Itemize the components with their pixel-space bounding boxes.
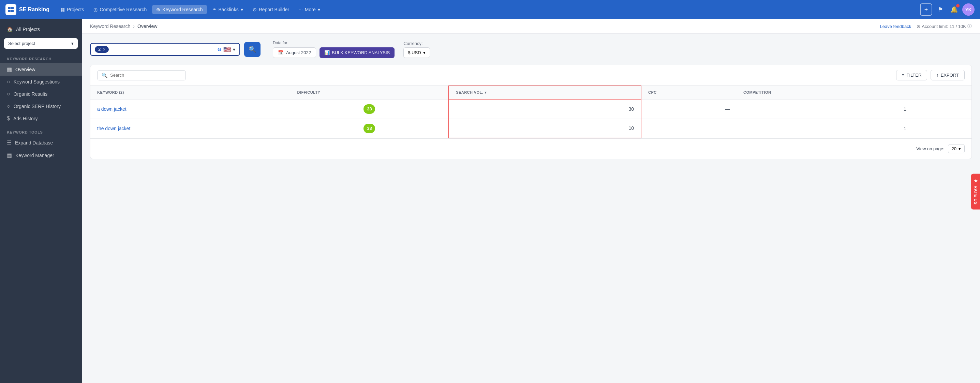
bulk-icon: 📊 [324,50,330,55]
project-selector[interactable]: Select project ▾ [4,38,78,49]
topnav: SE Ranking ▦ Projects ◎ Competitive Rese… [0,0,980,19]
difficulty-badge-2: 33 [363,124,375,133]
nav-report-builder[interactable]: ⊙ Report Builder [248,5,294,14]
nav-right-actions: + ⚑ 🔔 YK [920,3,975,16]
view-on-page-label: View on page: [916,146,944,151]
sidebar-section-keyword-tools: KEYWORD TOOLS [0,125,82,136]
sidebar-section-keyword-research: KEYWORD RESEARCH [0,51,82,63]
add-button[interactable]: + [920,3,932,16]
account-limit-info-icon[interactable]: ⓘ [967,23,972,29]
currency-section: Currency: $ USD ▾ [403,41,430,58]
overview-icon: ▦ [7,66,12,73]
keyword-link-2[interactable]: the down jacket [97,126,130,131]
nav-backlinks[interactable]: ⚭ Backlinks ▾ [208,5,247,14]
keyword-cell-1: a down jacket [91,99,291,119]
search-area: 2 × G 🇺🇸 ▾ 🔍 Data for: [90,41,972,58]
cpc-cell-1: — [641,99,737,119]
flag-icon: ⚑ [938,6,943,13]
keyword-link-1[interactable]: a down jacket [97,106,127,112]
keyword-tag: 2 × [95,46,109,53]
keyword-cell-2: the down jacket [91,119,291,138]
engine-chevron-icon: ▾ [233,47,235,52]
export-button[interactable]: ↑ EXPORT [931,70,965,80]
google-icon: G [218,47,221,52]
svg-rect-0 [8,7,11,9]
col-search-vol[interactable]: SEARCH VOL. ▾ [449,86,641,99]
table-body: a down jacket 33 30 — [91,99,972,138]
svg-rect-3 [11,10,14,12]
currency-selector[interactable]: $ USD ▾ [403,48,430,58]
table-search-input[interactable] [110,73,181,78]
breadcrumb-parent[interactable]: Keyword Research [90,24,130,29]
data-for-date-button[interactable]: 📅 August 2022 [273,48,316,58]
more-chevron-icon: ▾ [318,7,320,12]
data-for-label: Data for: [273,41,316,45]
actions-cell-2 [913,119,972,138]
sidebar-item-keyword-suggestions[interactable]: ○ Keyword Suggestions [0,76,82,88]
export-icon: ↑ [936,73,939,78]
data-for-section: Data for: 📅 August 2022 📊 BULK KEYWORD A… [273,41,430,58]
organic-results-icon: ○ [7,91,10,97]
nav-keyword-research[interactable]: ⊕ Keyword Research [152,5,207,14]
sidebar-item-overview[interactable]: ▦ Overview [0,63,82,76]
table-section: 🔍 ≡ FILTER ↑ EXPORT [90,65,972,159]
data-table: KEYWORD (2) DIFFICULTY SEARCH VOL. ▾ CPC [91,86,972,138]
keyword-tag-close-btn[interactable]: × [103,47,105,52]
plus-icon: + [924,6,928,13]
nav-projects[interactable]: ▦ Projects [56,5,88,14]
breadcrumb-separator: › [133,24,135,29]
competition-cell-2: 1 [737,119,913,138]
table-toolbar: 🔍 ≡ FILTER ↑ EXPORT [91,65,972,86]
country-flag-icon: 🇺🇸 [223,46,231,53]
keyword-research-icon: ⊕ [156,7,160,12]
per-page-chevron-icon: ▾ [959,146,961,151]
keyword-manager-icon: ▦ [7,152,12,159]
report-builder-icon: ⊙ [253,7,257,12]
col-actions-header [913,86,972,99]
home-icon: 🏠 [7,27,13,32]
bulk-keyword-analysis-button[interactable]: 📊 BULK KEYWORD ANALYSIS [320,48,395,58]
breadcrumb-bar: Keyword Research › Overview Leave feedba… [82,19,980,34]
app-logo[interactable]: SE Ranking [5,4,49,15]
organic-serp-icon: ○ [7,103,10,110]
keyword-suggestions-icon: ○ [7,79,10,85]
table-search-wrapper: 🔍 [97,70,186,80]
flag-button[interactable]: ⚑ [935,4,946,15]
sidebar-item-expand-database[interactable]: ☰ Expand Database [0,136,82,149]
breadcrumb-current: Overview [137,24,157,29]
star-icon: ★ [973,178,978,184]
filter-icon: ≡ [902,73,905,78]
difficulty-badge-1: 33 [363,104,375,114]
table-search-icon: 🔍 [102,73,107,78]
leave-feedback-link[interactable]: Leave feedback [880,24,911,29]
content-area: 2 × G 🇺🇸 ▾ 🔍 Data for: [82,34,980,166]
user-avatar[interactable]: YK [962,3,975,16]
table-row: a down jacket 33 30 — [91,99,972,119]
search-vol-sort-icon: ▾ [485,90,487,94]
notifications-button[interactable]: 🔔 [949,4,959,15]
per-page-selector[interactable]: 20 ▾ [948,144,965,153]
sidebar-item-organic-results[interactable]: ○ Organic Results [0,88,82,100]
search-engine-selector[interactable]: G 🇺🇸 ▾ [214,46,235,53]
nav-more[interactable]: ··· More ▾ [294,5,324,14]
projects-icon: ▦ [60,7,65,12]
account-limit-icon: ⊙ [916,24,920,29]
col-difficulty: DIFFICULTY [291,86,449,99]
notification-badge [956,4,959,8]
cpc-cell-2: — [641,119,737,138]
all-projects-link[interactable]: 🏠 All Projects [0,23,82,35]
app-name: SE Ranking [19,6,49,13]
breadcrumb: Keyword Research › Overview [90,24,157,29]
sidebar-item-keyword-manager[interactable]: ▦ Keyword Manager [0,149,82,162]
col-competition: COMPETITION [737,86,913,99]
more-dots-icon: ··· [299,7,303,12]
rate-us-tab[interactable]: ★ RATE US [971,174,980,210]
competitive-icon: ◎ [94,7,97,12]
search-button[interactable]: 🔍 [244,42,261,57]
sidebar-item-ads-history[interactable]: $ Ads History [0,113,82,125]
sidebar-item-organic-serp-history[interactable]: ○ Organic SERP History [0,100,82,113]
difficulty-cell-2: 33 [291,119,449,138]
nav-competitive-research[interactable]: ◎ Competitive Research [89,5,151,14]
main-content: Keyword Research › Overview Leave feedba… [82,19,980,383]
filter-button[interactable]: ≡ FILTER [896,70,927,80]
